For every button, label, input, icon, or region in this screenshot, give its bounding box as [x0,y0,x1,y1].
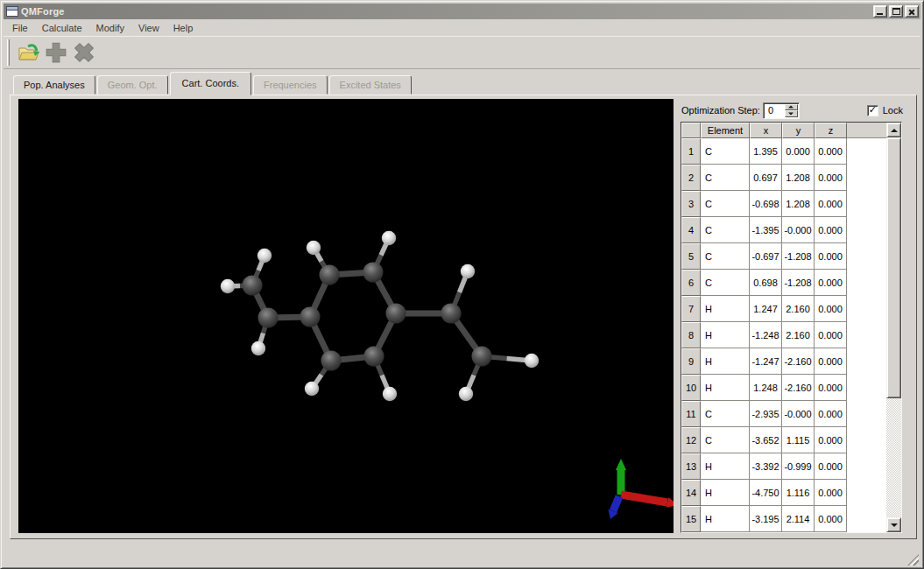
app-window-icon[interactable] [6,6,18,17]
z-cell[interactable]: 0.000 [815,217,847,243]
remove-button[interactable] [71,39,97,66]
hydrogen-atom[interactable] [221,279,235,293]
element-cell[interactable]: C [701,165,750,191]
y-cell[interactable]: 2.160 [782,322,815,348]
scrollbar-down-button[interactable] [886,517,901,532]
tab-frequencies[interactable]: Frequencies [253,75,328,95]
col-header-x[interactable]: x [750,123,782,138]
element-cell[interactable]: H [701,296,750,322]
carbon-atom[interactable] [243,276,263,296]
menu-help[interactable]: Help [167,21,200,35]
z-cell[interactable]: 0.000 [815,138,847,165]
row-number[interactable]: 4 [681,217,701,243]
z-cell[interactable]: 0.000 [815,375,847,401]
row-number[interactable]: 6 [681,270,701,296]
scrollbar-up-button[interactable] [886,123,901,137]
y-cell[interactable]: -0.000 [782,401,815,427]
col-header-y[interactable]: y [782,123,815,138]
z-cell[interactable]: 0.000 [815,165,847,191]
scrollbar-thumb[interactable] [886,137,901,398]
element-cell[interactable]: C [701,243,750,270]
tab-pop-analyses[interactable]: Pop. Analyses [13,75,95,95]
row-number[interactable]: 5 [681,243,701,270]
x-cell[interactable]: -1.395 [750,217,782,243]
z-cell[interactable]: 0.000 [815,322,847,348]
close-button[interactable] [905,5,919,18]
hydrogen-atom[interactable] [459,387,473,401]
z-cell[interactable]: 0.000 [815,191,847,217]
row-number[interactable]: 1 [681,138,701,165]
z-cell[interactable]: 0.000 [815,270,847,296]
carbon-atom[interactable] [258,308,279,328]
x-cell[interactable]: -0.697 [750,243,782,270]
element-cell[interactable]: H [701,375,750,401]
carbon-atom[interactable] [364,347,384,367]
element-cell[interactable]: H [701,506,750,532]
titlebar[interactable]: QMForge [4,4,920,19]
y-cell[interactable]: -0.999 [782,453,815,480]
x-cell[interactable]: 1.395 [750,138,782,165]
row-number[interactable]: 12 [681,427,701,453]
hydrogen-atom[interactable] [251,341,265,355]
element-cell[interactable]: C [701,401,750,427]
row-number[interactable]: 15 [681,506,701,532]
z-cell[interactable]: 0.000 [815,453,847,480]
add-button[interactable] [43,39,69,66]
x-cell[interactable]: -3.392 [750,453,782,480]
hydrogen-atom[interactable] [461,264,475,278]
x-cell[interactable]: 0.697 [750,165,782,191]
x-cell[interactable]: 1.247 [750,296,782,322]
lock-checkbox[interactable]: ✓ [867,105,878,116]
z-cell[interactable]: 0.000 [815,296,847,322]
y-cell[interactable]: -0.000 [782,217,815,243]
tab-geom-opt[interactable]: Geom. Opt. [97,75,168,95]
x-cell[interactable]: -3.195 [750,506,782,532]
hydrogen-atom[interactable] [307,241,321,255]
open-file-button[interactable] [15,39,41,66]
menu-file[interactable]: File [6,21,34,35]
y-cell[interactable]: 2.114 [782,506,815,532]
element-cell[interactable]: C [701,217,750,243]
x-cell[interactable]: 1.248 [750,375,782,401]
corner-header[interactable] [681,123,701,138]
row-number[interactable]: 7 [681,296,701,322]
menu-calculate[interactable]: Calculate [36,21,88,35]
hydrogen-atom[interactable] [305,382,319,396]
col-header-z[interactable]: z [815,123,847,138]
element-cell[interactable]: C [701,138,750,165]
row-number[interactable]: 2 [681,165,701,191]
menu-view[interactable]: View [132,21,166,35]
molecule-viewport[interactable] [18,99,674,533]
maximize-button[interactable] [889,5,903,18]
col-header-element[interactable]: Element [701,123,750,138]
z-cell[interactable]: 0.000 [815,243,847,270]
carbon-atom[interactable] [363,263,384,283]
hydrogen-atom[interactable] [382,231,396,245]
x-cell[interactable]: -4.750 [750,480,782,506]
x-cell[interactable]: -0.698 [750,191,782,217]
tab-cart-coords[interactable]: Cart. Coords. [170,72,251,95]
hydrogen-atom[interactable] [383,387,397,401]
carbon-atom[interactable] [321,351,342,371]
x-cell[interactable]: 0.698 [750,270,782,296]
x-cell[interactable]: -2.935 [750,401,782,427]
carbon-atom[interactable] [472,347,492,367]
z-cell[interactable]: 0.000 [815,401,847,427]
carbon-atom[interactable] [386,304,406,324]
y-cell[interactable]: 2.160 [782,296,815,322]
y-cell[interactable]: 1.208 [782,165,815,191]
optimization-step-spinner[interactable]: 0 [763,102,800,119]
hydrogen-atom[interactable] [257,249,272,263]
x-cell[interactable]: -1.248 [750,322,782,348]
row-number[interactable]: 9 [681,348,701,375]
toolbar-gripper[interactable] [7,39,10,66]
carbon-atom[interactable] [320,265,340,285]
x-cell[interactable]: -3.652 [750,427,782,453]
row-number[interactable]: 10 [681,375,701,401]
hydrogen-atom[interactable] [525,354,539,368]
y-cell[interactable]: -2.160 [782,348,815,375]
element-cell[interactable]: C [701,427,750,453]
y-cell[interactable]: 1.208 [782,191,815,217]
x-cell[interactable]: -1.247 [750,348,782,375]
tab-excited-states[interactable]: Excited States [329,75,412,95]
